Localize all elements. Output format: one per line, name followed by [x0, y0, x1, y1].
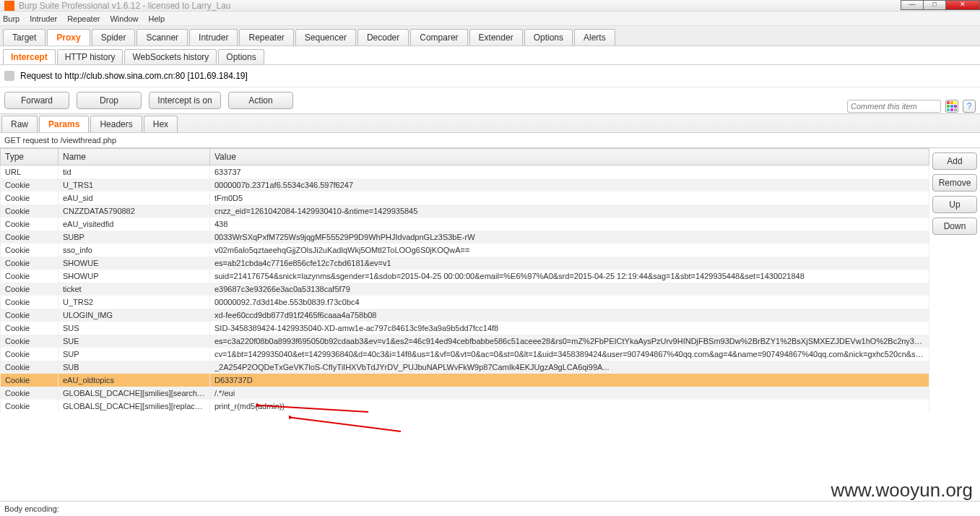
tab-spider[interactable]: Spider [92, 29, 136, 46]
table-row[interactable]: URLtid633737 [1, 165, 929, 179]
subtab-intercept[interactable]: Intercept [3, 49, 56, 64]
help-button[interactable]: ? [963, 100, 976, 113]
table-header-row: TypeNameValue [1, 149, 929, 165]
window-buttons: — □ ✕ [901, 0, 980, 10]
menu-intruder[interactable]: Intruder [30, 14, 57, 23]
tab-proxy[interactable]: Proxy [47, 29, 90, 46]
up-button[interactable]: Up [932, 196, 977, 213]
viewtab-hex[interactable]: Hex [144, 116, 178, 132]
action-row: Forward Drop Intercept is on Action [0, 87, 980, 113]
titlebar: Burp Suite Professional v1.6.12 - licens… [0, 0, 980, 12]
cell: eAU_oldtopics [58, 374, 210, 387]
cell: Cookie [1, 192, 58, 205]
tab-sequencer[interactable]: Sequencer [295, 29, 356, 46]
tab-alerts[interactable]: Alerts [574, 29, 615, 46]
tab-decoder[interactable]: Decoder [357, 29, 409, 46]
cell: xd-fee60ccd9db877d91f2465f6caaa4a758b08 [210, 309, 929, 322]
remove-button[interactable]: Remove [932, 174, 977, 192]
cell: 0000007b.2371af6.5534c346.597f6247 [210, 179, 929, 192]
table-row[interactable]: Cookietickete39687c3e93266e3ac0a53138caf… [1, 283, 929, 296]
message-summary: GET request to /viewthread.php [0, 133, 980, 147]
cell: U_TRS2 [58, 296, 210, 309]
add-button[interactable]: Add [932, 152, 977, 170]
cell: 00000092.7d3d14be.553b0839.f73c0bc4 [210, 296, 929, 309]
menu-window[interactable]: Window [110, 14, 138, 23]
subtab-http-history[interactable]: HTTP history [57, 49, 123, 64]
cell: GLOBALS[_DCACHE][smilies][searcharr... [58, 387, 210, 400]
table-row[interactable]: CookieSUBP0033WrSXqPxfM725Ws9jqgMF55529P… [1, 231, 929, 244]
cell: SUS [58, 322, 210, 335]
table-row[interactable]: CookieSUEes=c3a220f08b0a8993f695050b92cd… [1, 335, 929, 348]
cell: eAU_visitedfid [58, 218, 210, 231]
edit-icon[interactable] [4, 71, 14, 81]
tab-options[interactable]: Options [524, 29, 573, 46]
request-info-row: Request to http://club.show.sina.com.cn:… [0, 65, 980, 87]
cell: Cookie [1, 179, 58, 192]
close-button[interactable]: ✕ [945, 0, 980, 10]
cell: Cookie [1, 218, 58, 231]
table-row[interactable]: CookieeAU_sidtFm0D5 [1, 192, 929, 205]
cell: SUBP [58, 231, 210, 244]
col-type[interactable]: Type [1, 149, 58, 165]
params-grid-wrap: TypeNameValue URLtid633737CookieU_TRS100… [0, 147, 980, 487]
watermark: www.wooyun.org [831, 479, 973, 502]
menu-burp[interactable]: Burp [3, 14, 19, 23]
minimize-button[interactable]: — [901, 0, 924, 10]
side-buttons: AddRemoveUpDown [929, 148, 980, 487]
app-icon [4, 1, 14, 11]
table-row[interactable]: CookieeAU_oldtopicsD633737D [1, 374, 929, 387]
comment-input[interactable] [847, 100, 941, 113]
table-row[interactable]: CookieU_TRS10000007b.2371af6.5534c346.59… [1, 179, 929, 192]
table-row[interactable]: CookieeAU_visitedfid438 [1, 218, 929, 231]
col-name[interactable]: Name [58, 149, 210, 165]
menu-help[interactable]: Help [149, 14, 165, 23]
table-row[interactable]: CookieSHOWUEes=ab21cbda4c7716e856cfe12c7… [1, 257, 929, 270]
tab-target[interactable]: Target [3, 29, 45, 46]
main-tabs: TargetProxySpiderScannerIntruderRepeater… [0, 26, 980, 46]
cell: Cookie [1, 283, 58, 296]
table-row[interactable]: CookieU_TRS200000092.7d3d14be.553b0839.f… [1, 296, 929, 309]
tab-extender[interactable]: Extender [469, 29, 523, 46]
table-row[interactable]: CookieSUSSID-3458389424-1429935040-XD-am… [1, 322, 929, 335]
viewtab-params[interactable]: Params [39, 116, 89, 132]
drop-button[interactable]: Drop [77, 92, 142, 109]
intercept-toggle-button[interactable]: Intercept is on [149, 92, 221, 109]
forward-button[interactable]: Forward [4, 92, 69, 109]
params-grid[interactable]: TypeNameValue URLtid633737CookieU_TRS100… [0, 148, 929, 487]
table-row[interactable]: CookieULOGIN_IMGxd-fee60ccd9db877d91f246… [1, 309, 929, 322]
tab-scanner[interactable]: Scanner [136, 29, 188, 46]
cell: U_TRS1 [58, 179, 210, 192]
cell: CNZZDATA5790882 [58, 205, 210, 218]
table-body: URLtid633737CookieU_TRS10000007b.2371af6… [1, 165, 929, 413]
viewtab-raw[interactable]: Raw [1, 116, 38, 132]
tab-repeater[interactable]: Repeater [239, 29, 293, 46]
maximize-button[interactable]: □ [923, 0, 946, 10]
table-row[interactable]: CookieGLOBALS[_DCACHE][smilies][replacea… [1, 400, 929, 413]
cell: tid [58, 165, 210, 179]
menu-repeater[interactable]: Repeater [67, 14, 100, 23]
table-row[interactable]: CookieCNZZDATA5790882cnzz_eid=1261042084… [1, 205, 929, 218]
tab-comparer[interactable]: Comparer [410, 29, 467, 46]
cell: D633737D [210, 374, 929, 387]
subtab-options[interactable]: Options [218, 49, 264, 64]
viewtab-headers[interactable]: Headers [90, 116, 142, 132]
table-row[interactable]: Cookiesso_infov02m6alo5qztaeehqGjjZOlsJi… [1, 244, 929, 257]
table-row[interactable]: CookieGLOBALS[_DCACHE][smilies][searchar… [1, 387, 929, 400]
cell: Cookie [1, 335, 58, 348]
cell: Cookie [1, 400, 58, 413]
action-button[interactable]: Action [228, 92, 293, 109]
cell: eAU_sid [58, 192, 210, 205]
tab-intruder[interactable]: Intruder [189, 29, 238, 46]
cell: sso_info [58, 244, 210, 257]
table-row[interactable]: CookieSUB_2A254P2OQDeTxGeVK7loS-CfIyTiIH… [1, 361, 929, 374]
highlight-color-button[interactable] [945, 100, 958, 113]
down-button[interactable]: Down [932, 218, 977, 235]
cell: ticket [58, 283, 210, 296]
cell: _2A254P2OQDeTxGeVK7loS-CfIyTiIHXVbTdJYrD… [210, 361, 929, 374]
col-value[interactable]: Value [210, 149, 929, 165]
table-row[interactable]: CookieSUPcv=1&bt=1429935040&et=142993684… [1, 348, 929, 361]
cell: tFm0D5 [210, 192, 929, 205]
subtab-websockets-history[interactable]: WebSockets history [124, 49, 217, 64]
table-row[interactable]: CookieSHOWUPsuid=214176754&snick=lazynms… [1, 270, 929, 283]
cell: Cookie [1, 205, 58, 218]
